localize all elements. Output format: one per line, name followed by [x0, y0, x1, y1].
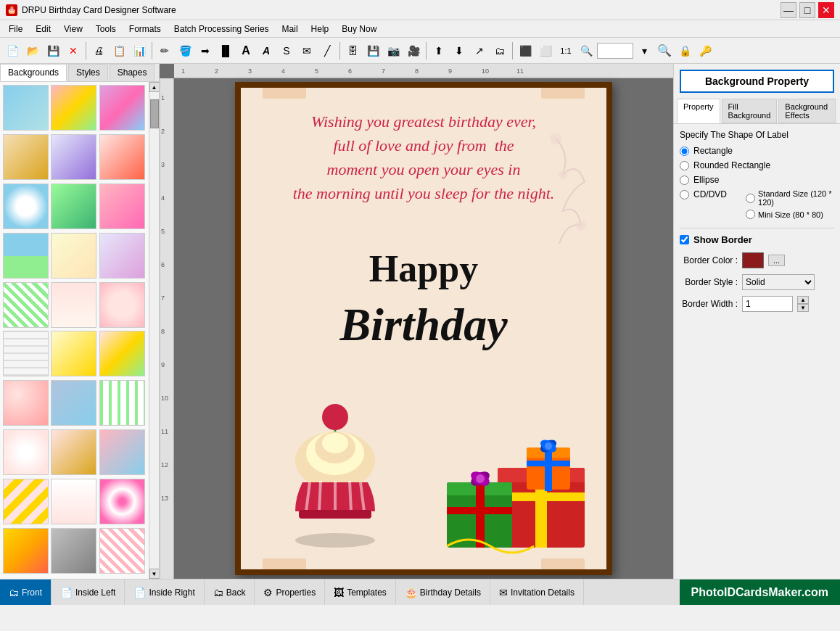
mail-button[interactable]: ✉	[297, 41, 316, 60]
camera2-button[interactable]: 🎥	[404, 41, 423, 60]
tab-invitation-details[interactable]: ✉ Invitation Details	[490, 580, 584, 605]
camera-button[interactable]: 📷	[384, 41, 403, 60]
zoom-input[interactable]: 100	[597, 43, 633, 59]
import2-button[interactable]: ⬇	[450, 41, 469, 60]
bg-thumb-26[interactable]	[51, 479, 96, 524]
text-button[interactable]: A	[236, 41, 255, 60]
menu-edit[interactable]: Edit	[30, 22, 57, 36]
bg-thumb-28[interactable]	[3, 528, 49, 574]
bg-thumb-14[interactable]	[51, 282, 96, 328]
show-border-checkbox[interactable]	[680, 235, 689, 244]
print-button[interactable]: 🖨	[89, 41, 108, 60]
menu-buy[interactable]: Buy Now	[336, 22, 382, 36]
lock-button[interactable]: 🔒	[675, 41, 694, 60]
scroll-thumb[interactable]	[150, 99, 159, 128]
close-button[interactable]: ✕	[818, 2, 834, 18]
radio-ellipse[interactable]: Ellipse	[680, 175, 834, 185]
zoom-in-btn[interactable]: 🔍	[577, 41, 596, 60]
prop-tab-property[interactable]: Property	[677, 99, 720, 123]
radio-rounded-rect[interactable]: Rounded Rectangle	[680, 160, 834, 170]
bg-thumb-1[interactable]	[3, 85, 49, 131]
bg-thumb-15[interactable]	[99, 282, 145, 328]
barcode-button[interactable]: ▐▌	[216, 41, 235, 60]
bg-thumb-7[interactable]	[3, 183, 49, 229]
menu-file[interactable]: File	[3, 22, 28, 36]
radio-rectangle-input[interactable]	[680, 147, 689, 156]
export-button[interactable]: 📊	[130, 41, 149, 60]
bg-thumb-10[interactable]	[3, 233, 49, 279]
maximize-button[interactable]: □	[799, 2, 815, 18]
scroll-down[interactable]: ▼	[149, 569, 160, 579]
title-bar-controls[interactable]: — □ ✕	[781, 2, 834, 18]
border-color-swatch[interactable]	[742, 252, 764, 268]
align1-button[interactable]: ⬛	[516, 41, 535, 60]
menu-batch[interactable]: Batch Processing Series	[168, 22, 275, 36]
canvas-area[interactable]: 1 2 3 4 5 6 7 8 9 10 11 1 2 3 4 5 6	[160, 64, 673, 579]
border-style-select[interactable]: Solid Dashed Dotted	[742, 274, 815, 290]
arrow-button[interactable]: ➡	[196, 41, 215, 60]
cd-standard[interactable]: Standard Size (120 * 120)	[746, 189, 834, 207]
tab-inside-left[interactable]: 📄 Inside Left	[52, 580, 125, 605]
bg-thumb-11[interactable]	[51, 233, 96, 279]
delete-button[interactable]: ✕	[64, 41, 83, 60]
bg-thumb-25[interactable]	[3, 479, 49, 524]
import3-button[interactable]: ↗	[470, 41, 489, 60]
cd-mini-input[interactable]	[746, 210, 755, 219]
menu-view[interactable]: View	[58, 22, 88, 36]
open-button[interactable]: 📂	[23, 41, 42, 60]
radio-cddvd-input[interactable]	[680, 190, 689, 199]
tab-properties[interactable]: ⚙ Properties	[255, 580, 325, 605]
bg-thumb-12[interactable]	[99, 233, 145, 279]
zoom-dropdown[interactable]: ▾	[635, 41, 654, 60]
tab-styles[interactable]: Styles	[68, 64, 108, 81]
bg-thumb-23[interactable]	[51, 429, 96, 475]
bg-thumb-16[interactable]	[3, 331, 49, 376]
menu-tools[interactable]: Tools	[90, 22, 122, 36]
tab-templates[interactable]: 🖼 Templates	[325, 580, 396, 605]
radio-rectangle[interactable]: Rectangle	[680, 146, 834, 156]
border-width-input[interactable]	[742, 296, 793, 312]
zoom-out-btn[interactable]: 🔍	[655, 41, 674, 60]
bg-thumb-21[interactable]	[99, 380, 145, 426]
key-button[interactable]: 🔑	[696, 41, 715, 60]
bg-thumb-22[interactable]	[3, 429, 49, 475]
align2-button[interactable]: ⬜	[536, 41, 555, 60]
radio-ellipse-input[interactable]	[680, 176, 689, 185]
tab-birthday-details[interactable]: 🎂 Birthday Details	[396, 580, 490, 605]
fill-button[interactable]: 🪣	[176, 41, 194, 60]
spin-down[interactable]: ▼	[797, 304, 809, 312]
bg-thumb-27[interactable]	[99, 479, 145, 524]
bg-thumb-13[interactable]	[3, 282, 49, 328]
birthday-card[interactable]: Wishing you greatest birthday ever,full …	[235, 82, 612, 575]
prop-tab-fill[interactable]: Fill Background	[722, 99, 778, 123]
spin-up[interactable]: ▲	[797, 296, 809, 304]
page-button[interactable]: 🗂	[490, 41, 509, 60]
import1-button[interactable]: ⬆	[429, 41, 448, 60]
bg-thumb-6[interactable]	[99, 134, 145, 180]
minimize-button[interactable]: —	[781, 2, 796, 18]
scroll-up[interactable]: ▲	[149, 82, 160, 92]
left-scrollbar[interactable]: ▲ ▼	[149, 82, 159, 579]
signature-button[interactable]: S	[277, 41, 296, 60]
show-border-row[interactable]: Show Border	[680, 234, 834, 245]
line-button[interactable]: ╱	[318, 41, 337, 60]
tab-backgrounds[interactable]: Backgrounds	[0, 64, 67, 81]
print2-button[interactable]: 📋	[110, 41, 128, 60]
db1-button[interactable]: 🗄	[343, 41, 362, 60]
scale-button[interactable]: 1:1	[556, 41, 575, 60]
bg-thumb-19[interactable]	[3, 380, 49, 426]
pencil-button[interactable]: ✏	[155, 41, 174, 60]
bg-thumb-8[interactable]	[51, 183, 96, 229]
db2-button[interactable]: 💾	[363, 41, 382, 60]
radio-cddvd[interactable]: CD/DVD	[680, 189, 727, 199]
menu-mail[interactable]: Mail	[276, 22, 304, 36]
tab-inside-right[interactable]: 📄 Inside Right	[125, 580, 204, 605]
border-color-browse[interactable]: ...	[768, 255, 785, 266]
menu-help[interactable]: Help	[305, 22, 335, 36]
tab-front[interactable]: 🗂 Front	[0, 580, 52, 605]
prop-tab-effects[interactable]: Background Effects	[778, 99, 836, 123]
radio-rounded-rect-input[interactable]	[680, 161, 689, 170]
tab-shapes[interactable]: Shapes	[110, 64, 155, 81]
bg-thumb-30[interactable]	[99, 528, 145, 574]
new-button[interactable]: 📄	[3, 41, 22, 60]
